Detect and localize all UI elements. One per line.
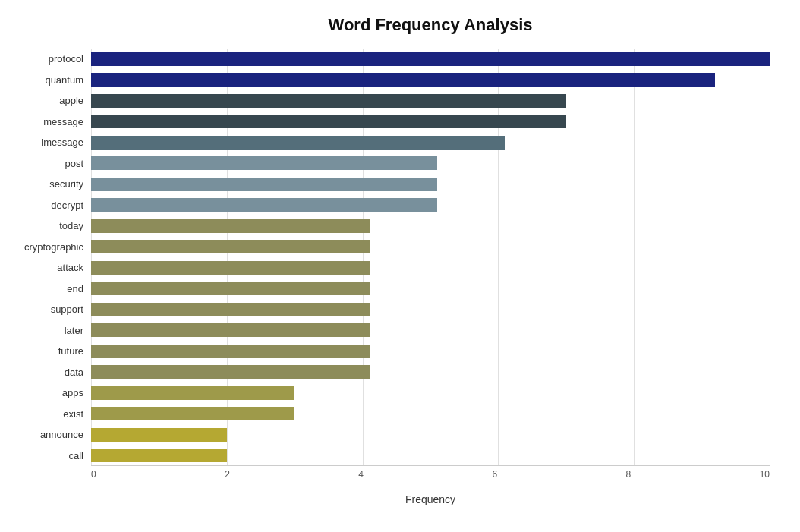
bar xyxy=(91,136,505,150)
x-tick-label: 10 xyxy=(760,469,770,480)
bar-row: support xyxy=(91,301,770,318)
grid-line xyxy=(770,49,770,466)
bar-label: announce xyxy=(8,429,91,440)
bar-label: today xyxy=(8,220,91,231)
x-axis-labels: 0246810 xyxy=(91,466,770,480)
x-tick-label: 8 xyxy=(626,469,631,480)
bar-row: cryptographic xyxy=(91,238,770,255)
bar xyxy=(91,449,227,462)
bar xyxy=(91,407,294,420)
bar-row: later xyxy=(91,322,770,338)
x-tick-label: 4 xyxy=(358,469,364,480)
x-tick-label: 0 xyxy=(91,469,96,480)
bar-label: later xyxy=(8,325,91,336)
bar xyxy=(91,219,370,233)
bar-row: data xyxy=(91,364,770,380)
bar-row: exist xyxy=(91,405,770,422)
bar-row: decrypt xyxy=(91,197,770,213)
bar xyxy=(91,156,437,170)
bar-label: call xyxy=(8,450,91,461)
bar-row: post xyxy=(91,155,770,172)
bar xyxy=(91,94,566,108)
bar-label: decrypt xyxy=(8,200,91,211)
bar xyxy=(91,261,370,275)
chart-container: Word Frequency Analysis protocolquantuma… xyxy=(0,0,800,532)
bar-label: attack xyxy=(8,262,91,273)
bar-row: apple xyxy=(91,93,770,109)
bar xyxy=(91,303,370,316)
bar-label: post xyxy=(8,158,91,169)
bar xyxy=(91,386,294,400)
bar-row: today xyxy=(91,218,770,235)
bar-label: security xyxy=(8,178,91,190)
bar-row: apps xyxy=(91,385,770,401)
bar xyxy=(91,198,437,212)
bar-label: end xyxy=(8,283,91,294)
bar-row: protocol xyxy=(91,51,770,68)
bar-row: announce xyxy=(91,427,770,443)
x-tick-label: 6 xyxy=(492,469,497,480)
x-axis: 0246810 xyxy=(91,466,770,489)
bar-label: cryptographic xyxy=(8,241,91,253)
bar-label: apps xyxy=(8,387,91,398)
bar xyxy=(91,240,370,253)
bar-row: call xyxy=(91,447,770,464)
bar-label: support xyxy=(8,304,91,315)
bar xyxy=(91,178,437,191)
bar xyxy=(91,345,370,358)
x-tick-label: 2 xyxy=(225,469,230,480)
bar-row: future xyxy=(91,343,770,360)
bar xyxy=(91,365,370,379)
bar-label: apple xyxy=(8,95,91,106)
bar-row: security xyxy=(91,176,770,193)
bar xyxy=(91,73,715,87)
bar-row: imessage xyxy=(91,134,770,151)
bar-label: data xyxy=(8,367,91,378)
bars-wrapper: protocolquantumapplemessageimessageposts… xyxy=(91,49,770,466)
chart-area: protocolquantumapplemessageimessageposts… xyxy=(91,49,770,489)
bar-row: attack xyxy=(91,260,770,276)
bar xyxy=(91,428,227,442)
bar-row: message xyxy=(91,113,770,130)
bar-row: quantum xyxy=(91,71,770,88)
bar xyxy=(91,52,770,66)
bar xyxy=(91,115,566,128)
chart-title: Word Frequency Analysis xyxy=(91,15,770,35)
bar xyxy=(91,282,370,295)
bar-row: end xyxy=(91,280,770,297)
bar-label: protocol xyxy=(8,53,91,65)
bar-label: message xyxy=(8,116,91,127)
bar-label: quantum xyxy=(8,74,91,86)
bar xyxy=(91,323,370,337)
bar-label: future xyxy=(8,345,91,357)
bar-label: imessage xyxy=(8,137,91,148)
x-axis-title: Frequency xyxy=(91,493,770,505)
bar-label: exist xyxy=(8,408,91,420)
